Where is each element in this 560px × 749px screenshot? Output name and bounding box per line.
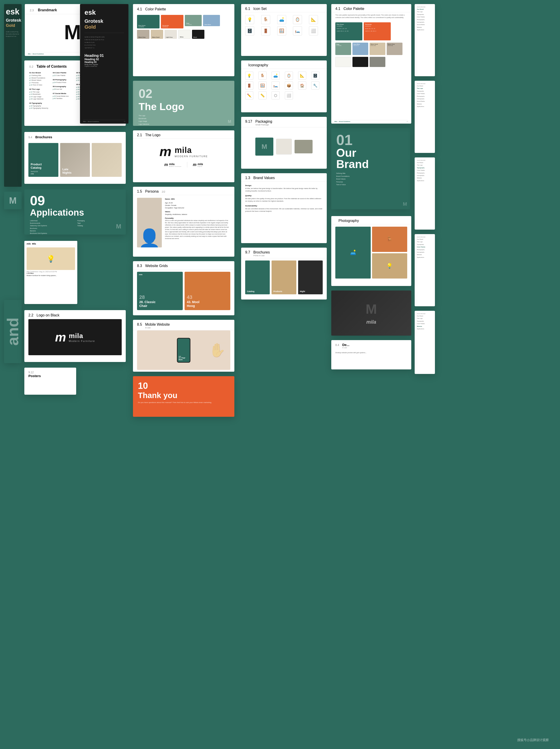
card-brand-values: 1.3 Brand Values Design: At Mila, we bel… bbox=[241, 173, 327, 243]
nav-link-5-4: Color Palette bbox=[417, 322, 433, 325]
phone-frame: mila 14. Hoge Bank bbox=[177, 338, 191, 363]
nav-link-2-7: Social Media bbox=[417, 100, 433, 103]
logo-showcase: m mila Modern Furniture m mila Modern Fu… bbox=[133, 139, 234, 173]
nav-link-5-2: The Logo bbox=[417, 317, 433, 320]
font-gold: Gold bbox=[6, 23, 20, 28]
typography-specimen: Aa Bb Cc Dd Ee Ff Gg Hh Ii Jj Kk Ll Mm N… bbox=[6, 31, 20, 38]
nav-link-2-3: Typography bbox=[417, 90, 433, 92]
mobile-section-num: 8.5 bbox=[137, 322, 142, 326]
persona-occupation: Occupation: Yoga instructor bbox=[165, 207, 230, 209]
cp-full-num: 4.1 bbox=[335, 7, 340, 11]
mila-name-small-1: mila bbox=[169, 163, 181, 166]
swatch-steel-blue: Steel Blue bbox=[203, 15, 220, 26]
typo-display-2: Grotesk bbox=[85, 18, 124, 24]
bd-title: Brochures bbox=[253, 250, 270, 254]
card-social: mila Mila 💡 Mila Conference • Aug 14, 20… bbox=[24, 241, 77, 304]
icon-mirror: 🪞 bbox=[293, 15, 302, 24]
package-m-icon: M bbox=[262, 143, 267, 150]
brochure-logo: mila bbox=[31, 173, 56, 175]
nav-link-5-5: Website bbox=[417, 325, 433, 328]
app-list-item: Totabag bbox=[77, 224, 120, 227]
icon-set-title: Icon Set bbox=[253, 7, 267, 11]
toc-col6-title: 06 Iconography bbox=[53, 85, 74, 87]
page-container: esk Grotesk Gold Aa Bb Cc Dd Ee Ff Gg Hh… bbox=[0, 0, 560, 749]
toc-col4-title: 04 Color Palette bbox=[53, 72, 74, 74]
icon-f-14: 📏 bbox=[259, 91, 267, 100]
cp-swatch-white bbox=[335, 57, 351, 67]
app-list-item: Brochures Grid Systems bbox=[30, 232, 73, 235]
persona-values-label: Values: bbox=[165, 210, 230, 213]
mila-tagline-small-1: Modern Furniture bbox=[169, 166, 181, 167]
nav-link-4-6: Iconography bbox=[417, 251, 433, 254]
toc-item: p.16 Logo Sabstone bbox=[29, 98, 50, 100]
nav-link-4-7: Website bbox=[417, 254, 433, 256]
persona-age: Age: 25-35 bbox=[165, 201, 230, 204]
mila-main-logo: m mila Modern Furniture bbox=[160, 144, 208, 159]
logo-nav-item: Logo Sabstone bbox=[139, 123, 229, 126]
and-text: and bbox=[4, 318, 22, 345]
typo-display-3: Gold bbox=[85, 24, 124, 30]
mila-tagline-white: Modern Furniture bbox=[69, 340, 95, 342]
toc-item: p.2 Defining Mila bbox=[29, 74, 50, 77]
icon-window: 🪟 bbox=[277, 26, 286, 36]
persona-gender: Gender: Female bbox=[165, 204, 230, 207]
and-text-card: and bbox=[4, 300, 22, 363]
typography-sidebar: esk Grotesk Gold Aa Bb Cc Dd Ee Ff Gg Hh… bbox=[4, 4, 22, 187]
ty-title: Thank you bbox=[133, 391, 234, 400]
toc-item: p.7 Personas bbox=[29, 82, 50, 84]
icon-f-7: 🚪 bbox=[245, 81, 253, 89]
toc-item: p.40 Tamildes bbox=[53, 98, 74, 100]
lamp-icon: 💡 bbox=[47, 255, 55, 263]
app-list-item: Letterhead bbox=[30, 219, 73, 222]
wg-section-num: 8.3 bbox=[137, 264, 142, 268]
icon-door: 🚪 bbox=[261, 26, 270, 36]
card-packaging: 9.17 Packaging Small Package M bbox=[241, 117, 327, 169]
toc-item: p.4 Brand Foundations bbox=[29, 77, 50, 79]
toc-item: p.10 Tone of Voice bbox=[29, 84, 50, 86]
photo-item-1: 🛋️ bbox=[335, 227, 371, 279]
typo-display-1: esk bbox=[85, 8, 124, 16]
app-m-logo: M bbox=[116, 223, 121, 230]
logo-section-m: M bbox=[228, 119, 231, 124]
nav-link-3-2: The Logo bbox=[417, 164, 433, 167]
card-posters: 9.12 Posters bbox=[24, 368, 76, 395]
card-website-grids: 8.3 Website Grids mila 28 28. ClassicCha… bbox=[133, 261, 234, 315]
icon-f-9: 🛏️ bbox=[272, 81, 280, 89]
grid-card-orange: 43 43. MoolHoog bbox=[184, 272, 230, 310]
card-thank-you: 10 Thank you Do you have questions about… bbox=[133, 376, 234, 417]
desk-m-logo: M bbox=[366, 301, 377, 317]
card-our-brand: 01 OurBrand Defining Mila Brand Foundati… bbox=[331, 128, 410, 209]
applications-num: 09 bbox=[24, 189, 126, 208]
brochure-label-1: ProductCatalog bbox=[31, 163, 56, 170]
card-persona: 1.5 Persona 2/2 👤 Name: ZEN Age: 25-35 G… bbox=[133, 187, 234, 257]
typo-heading-sample: Heading 01 Heading 02 Heading 03 Body te… bbox=[85, 54, 124, 67]
ob-nav-item-5: Tone of Voice bbox=[336, 184, 405, 186]
social-mila-logo: mila bbox=[27, 243, 31, 245]
nav-link-3-5: Photography bbox=[417, 172, 433, 174]
ob-m-logo: M bbox=[403, 201, 407, 207]
nav-link-9: Applications bbox=[417, 29, 433, 31]
mila-sub-logos: m mila Modern Furniture m mila Digital bbox=[164, 162, 203, 168]
nav-link-4-2: The Logo bbox=[417, 241, 433, 243]
toc-item: p.13 Brandmark bbox=[29, 93, 50, 95]
cp-swatch-terracotta: Terracotta #E85D2E RGB 232, 93, 46 CMYK … bbox=[364, 22, 391, 40]
brochure-thumb-1: Catalog bbox=[245, 260, 270, 294]
persona-personality-text: ZEN is a calm and grounded individual wh… bbox=[165, 219, 230, 240]
card-applications: 09 Applications Letterhead Businesscards… bbox=[24, 189, 126, 235]
social-caption: Modern furniture for modern living space… bbox=[27, 275, 75, 276]
mobile-preview: ✋ mila 14. Hoge Bank bbox=[137, 330, 230, 370]
brochure-item-1: ProductCatalog Se/02/23 mila bbox=[28, 143, 58, 177]
mila-m-small-2: m bbox=[193, 163, 197, 167]
our-brand-num: 01 bbox=[331, 128, 410, 147]
bv-title: Brand Values bbox=[253, 176, 275, 180]
ob-nav-item-2: Brand Foundations bbox=[336, 175, 405, 178]
m-symbol: M bbox=[9, 195, 17, 206]
nav-link-4-5: Photography bbox=[417, 249, 433, 251]
app-list-item: Stationery Grid Systems bbox=[30, 224, 73, 227]
icon-f-10: 📦 bbox=[285, 81, 293, 89]
mila-text-white: mila Modern Furniture bbox=[69, 332, 95, 342]
phone-screen-text: 14. Hoge Bank bbox=[179, 357, 188, 361]
persona-silhouette-icon: 👤 bbox=[138, 229, 161, 248]
app-list-item: Banners bbox=[30, 230, 73, 232]
cp-swatch-tan: Warm Sand #D4C4A8 bbox=[369, 43, 385, 55]
